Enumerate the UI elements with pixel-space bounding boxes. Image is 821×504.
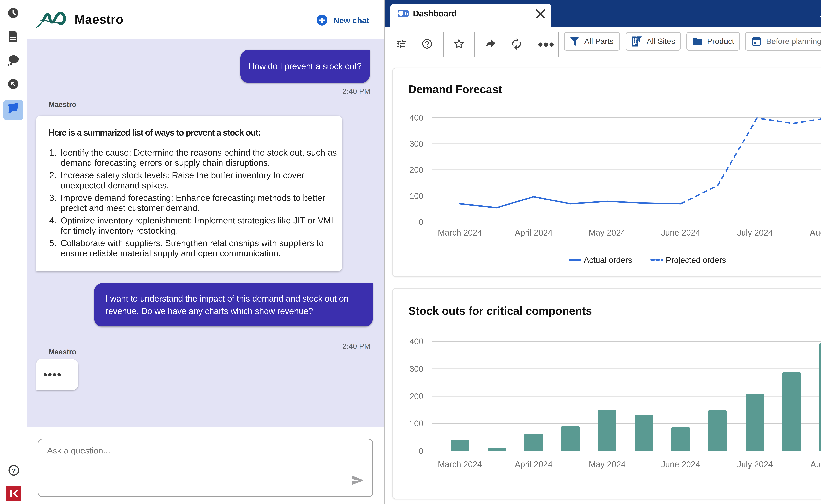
svg-text:Aug 2024: Aug 2024 bbox=[810, 460, 821, 469]
svg-text:300: 300 bbox=[410, 364, 423, 373]
svg-text:Demand Forecast: Demand Forecast bbox=[408, 83, 502, 95]
svg-text:100: 100 bbox=[410, 191, 423, 200]
svg-text:?: ? bbox=[12, 467, 16, 475]
svg-text:400: 400 bbox=[410, 337, 423, 346]
svg-text:300: 300 bbox=[410, 139, 423, 148]
svg-text:July 2024: July 2024 bbox=[737, 228, 773, 237]
svg-text:Stock outs for critical compon: Stock outs for critical components bbox=[408, 304, 592, 317]
svg-text:Projected orders: Projected orders bbox=[666, 255, 726, 264]
svg-text:0: 0 bbox=[419, 446, 423, 455]
svg-text:200: 200 bbox=[410, 392, 423, 401]
svg-text:May 2024: May 2024 bbox=[589, 460, 626, 469]
svg-text:June 2024: June 2024 bbox=[661, 460, 700, 469]
svg-text:Actual orders: Actual orders bbox=[583, 255, 632, 264]
svg-text:Aug 2024: Aug 2024 bbox=[810, 228, 821, 237]
svg-text:200: 200 bbox=[410, 165, 423, 174]
svg-text:0: 0 bbox=[419, 217, 423, 227]
svg-text:July 2024: July 2024 bbox=[737, 460, 773, 469]
svg-text:100: 100 bbox=[410, 419, 423, 428]
svg-text:April 2024: April 2024 bbox=[515, 460, 552, 469]
svg-text:May 2024: May 2024 bbox=[588, 228, 625, 237]
svg-text:June 2024: June 2024 bbox=[661, 228, 700, 237]
svg-text:400: 400 bbox=[410, 113, 423, 122]
svg-text:April 2024: April 2024 bbox=[515, 228, 552, 237]
svg-text:March 2024: March 2024 bbox=[438, 460, 482, 469]
svg-text:March 2024: March 2024 bbox=[438, 228, 482, 237]
